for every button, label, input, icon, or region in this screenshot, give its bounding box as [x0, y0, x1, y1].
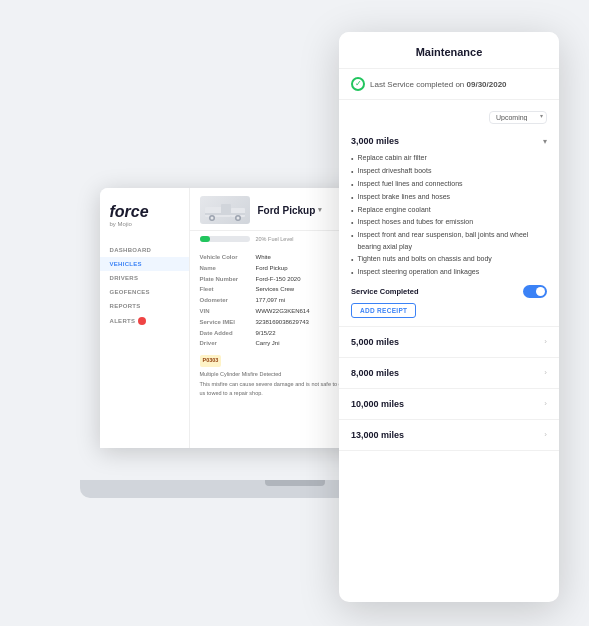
sidebar-navigation: DASHBOARD VEHICLES DRIVERS GEOFENCES REP… — [100, 243, 189, 329]
sidebar-item-alerts[interactable]: ALERTS — [100, 313, 189, 329]
maintenance-panel: Maintenance ✓ Last Service completed on … — [339, 32, 559, 602]
miles-3000-header[interactable]: 3,000 miles ▾ — [339, 128, 559, 152]
vehicle-image — [200, 196, 250, 224]
chevron-down-icon[interactable]: ▾ — [318, 206, 322, 214]
fuel-level: 20% Fuel Level — [256, 236, 294, 242]
panel-title: Maintenance — [416, 46, 483, 58]
logo-by: by Mojio — [110, 221, 132, 227]
miles-13000-label: 13,000 miles — [351, 430, 404, 440]
last-service-date: 09/30/2020 — [467, 80, 507, 89]
checklist-item-7: • Inspect front and rear suspension, bal… — [351, 229, 547, 253]
check-icon: ✓ — [355, 80, 362, 88]
miles-3000-content: • Replace cabin air filter • Inspect dri… — [339, 152, 559, 326]
miles-5000-label: 5,000 miles — [351, 337, 399, 347]
sidebar-item-geofences[interactable]: GEOFENCES — [100, 285, 189, 299]
miles-8000-chevron: › — [544, 368, 547, 377]
sidebar-logo: force by Mojio — [100, 198, 189, 237]
sidebar-item-drivers[interactable]: DRIVERS — [100, 271, 189, 285]
panel-header: Maintenance — [339, 32, 559, 69]
miles-section-5000[interactable]: 5,000 miles › — [339, 327, 559, 358]
miles-section-3000: 3,000 miles ▾ • Replace cabin air filter… — [339, 128, 559, 327]
last-service-row: ✓ Last Service completed on 09/30/2020 — [339, 69, 559, 100]
checklist-item-3: • Inspect fuel lines and connections — [351, 178, 547, 191]
alert-dot — [138, 317, 146, 325]
svg-rect-7 — [205, 213, 245, 215]
fuel-bar — [200, 236, 250, 242]
miles-10000-label: 10,000 miles — [351, 399, 404, 409]
svg-point-4 — [210, 217, 213, 220]
checklist-item-8: • Tighten nuts and bolts on chassis and … — [351, 253, 547, 266]
sidebar-item-reports[interactable]: REPORTS — [100, 299, 189, 313]
dtc-badge: P0303 — [200, 355, 222, 367]
miles-section-8000[interactable]: 8,000 miles › — [339, 358, 559, 389]
miles-10000-chevron: › — [544, 399, 547, 408]
checklist-item-5: • Replace engine coolant — [351, 204, 547, 217]
last-service-text: Last Service completed on 09/30/2020 — [370, 80, 507, 89]
toggle-thumb — [536, 287, 545, 296]
miles-5000-chevron: › — [544, 337, 547, 346]
checklist-item-6: • Inspect hoses and tubes for emission — [351, 216, 547, 229]
service-completed-label: Service Completed — [351, 287, 419, 296]
miles-section-13000[interactable]: 13,000 miles › — [339, 420, 559, 451]
logo-force: force — [110, 204, 149, 220]
filter-wrapper[interactable]: Upcoming Completed All ▾ — [489, 106, 547, 124]
checklist-item-4: • Inspect brake lines and hoses — [351, 191, 547, 204]
checklist-item-9: • Inspect steering operation and linkage… — [351, 266, 547, 279]
miles-3000-chevron: ▾ — [543, 137, 547, 146]
checklist-item-2: • Inspect driveshaft boots — [351, 165, 547, 178]
miles-8000-label: 8,000 miles — [351, 368, 399, 378]
svg-point-6 — [236, 217, 239, 220]
service-completed-row: Service Completed — [351, 285, 547, 298]
miles-3000-label: 3,000 miles — [351, 136, 399, 146]
filter-select[interactable]: Upcoming Completed All — [489, 111, 547, 124]
add-receipt-button[interactable]: ADD RECEIPT — [351, 303, 416, 318]
service-completed-toggle[interactable] — [523, 285, 547, 298]
vehicle-title: Ford Pickup ▾ — [258, 205, 323, 216]
miles-section-10000[interactable]: 10,000 miles › — [339, 389, 559, 420]
sidebar-item-vehicles[interactable]: VEHICLES — [100, 257, 189, 271]
sidebar-item-dashboard[interactable]: DASHBOARD — [100, 243, 189, 257]
check-circle-icon: ✓ — [351, 77, 365, 91]
sidebar: force by Mojio DASHBOARD VEHICLES DRIVER… — [100, 188, 190, 448]
checklist-item-1: • Replace cabin air filter — [351, 152, 547, 165]
filter-row: Upcoming Completed All ▾ — [339, 100, 559, 128]
miles-13000-chevron: › — [544, 430, 547, 439]
